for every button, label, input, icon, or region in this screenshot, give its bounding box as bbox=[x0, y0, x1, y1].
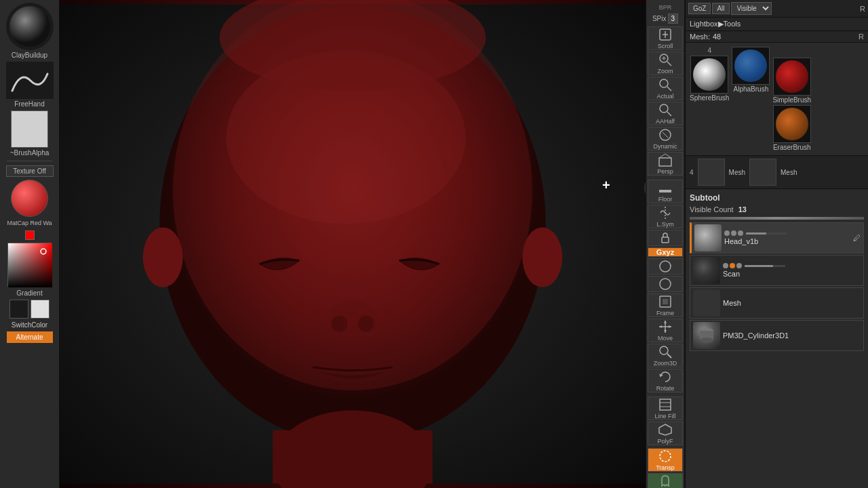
alternate-button[interactable]: Alternate bbox=[7, 331, 53, 343]
visible-select[interactable]: Visible All None bbox=[731, 2, 772, 15]
mesh-r-label: R bbox=[859, 33, 864, 41]
mesh-thumb-row: 4 Mesh Mesh bbox=[686, 156, 868, 189]
svg-line-24 bbox=[667, 87, 671, 91]
matcap-label: MatCap Red Wa bbox=[7, 220, 52, 226]
zoom-label: Zoom bbox=[657, 68, 673, 75]
eraser-brush-thumb[interactable] bbox=[773, 105, 811, 143]
actual-label: Actual bbox=[656, 93, 673, 100]
alpha-label: ~BrushAlpha bbox=[10, 149, 50, 157]
subtool-list: Head_v1b 🖊 bbox=[690, 222, 864, 351]
alpha-brush-label: AlphaBrush bbox=[734, 85, 769, 93]
gxyz-button[interactable]: Gxyz bbox=[648, 247, 683, 257]
simple-brush-col[interactable]: SimpleBrush bbox=[772, 58, 811, 104]
floor-button[interactable]: Floor bbox=[648, 180, 683, 203]
switch-color-label: SwitchColor bbox=[12, 321, 47, 329]
lsym-button[interactable]: L.Sym bbox=[648, 205, 683, 228]
subtool-head-info: Head_v1b bbox=[724, 230, 850, 245]
eraser-brush-img bbox=[776, 108, 808, 140]
subtool-thumb-mesh bbox=[693, 289, 720, 317]
swatch-black[interactable] bbox=[9, 300, 28, 319]
spix-label: SPix bbox=[652, 15, 667, 22]
lsym-label: L.Sym bbox=[656, 221, 674, 228]
polyf-label: PolyF bbox=[657, 438, 673, 445]
frame-label: Frame bbox=[656, 310, 674, 317]
color-red-indicator bbox=[25, 230, 35, 240]
unknown-btn-1[interactable] bbox=[648, 258, 683, 274]
lightbox-tools-label: Lightbox▶Tools bbox=[690, 20, 741, 28]
ghost-button[interactable]: Ghost bbox=[648, 473, 683, 488]
move-button[interactable]: Move bbox=[648, 319, 683, 342]
sphere-brush-col[interactable]: SphereBrush bbox=[690, 56, 729, 102]
mesh-bar: Mesh: 48 R bbox=[686, 31, 868, 43]
rotate-button[interactable]: Rotate bbox=[648, 369, 683, 392]
rotate-label: Rotate bbox=[656, 385, 675, 392]
mesh-thumb-item[interactable] bbox=[698, 159, 725, 186]
svg-point-23 bbox=[660, 79, 668, 87]
visible-count-value: 13 bbox=[738, 205, 747, 214]
svg-point-11 bbox=[332, 316, 348, 332]
color-indicator-row bbox=[25, 230, 35, 240]
simple-brush-thumb[interactable] bbox=[773, 58, 811, 96]
matcap-preview[interactable] bbox=[11, 180, 48, 217]
brush-number-4: 4 bbox=[707, 47, 711, 54]
gradient-swatches bbox=[9, 300, 50, 319]
r-label: R bbox=[860, 5, 865, 13]
linefill-button[interactable]: Line Fill bbox=[648, 396, 683, 420]
polyf-button[interactable]: PolyF bbox=[648, 422, 683, 445]
subtool-item-cylinder[interactable]: PM3D_Cylinder3D1 bbox=[690, 320, 864, 351]
unknown-btn-2[interactable] bbox=[648, 276, 683, 292]
visible-count-row: Visible Count 13 bbox=[690, 204, 864, 215]
visible-count-label: Visible Count bbox=[690, 205, 734, 214]
zoom-button[interactable]: Zoom bbox=[648, 52, 683, 75]
brush-sphere-preview[interactable] bbox=[6, 3, 54, 50]
alpha-preview[interactable] bbox=[11, 110, 48, 148]
mesh-num-4: 4 bbox=[690, 169, 694, 176]
persp-label: Persp bbox=[657, 168, 673, 175]
head-slider-fill bbox=[746, 232, 766, 235]
mesh-subtool-name: Mesh bbox=[723, 299, 861, 307]
subtool-thumb-head bbox=[694, 224, 722, 251]
lock-button[interactable] bbox=[648, 230, 683, 246]
persp-button[interactable]: Persp bbox=[648, 152, 683, 176]
dynamic-button[interactable]: Dynamic bbox=[648, 127, 683, 150]
eraser-brush-label: EraserBrush bbox=[773, 144, 811, 151]
transp-button[interactable]: Transp bbox=[648, 448, 683, 472]
brush-name-label: ClayBuildup bbox=[12, 52, 47, 59]
stroke-preview[interactable] bbox=[6, 62, 54, 99]
subtool-item-head[interactable]: Head_v1b 🖊 bbox=[690, 222, 864, 253]
alpha-brush-thumb[interactable] bbox=[732, 47, 770, 85]
svg-point-12 bbox=[358, 316, 374, 332]
eraser-brush-col[interactable]: EraserBrush bbox=[772, 105, 811, 151]
swatch-white[interactable] bbox=[31, 300, 50, 319]
sphere-brush-thumb[interactable] bbox=[690, 56, 728, 94]
color-picker[interactable] bbox=[7, 243, 52, 287]
lightbox-tools-bar[interactable]: Lightbox▶Tools bbox=[686, 18, 868, 31]
subtool-item-mesh[interactable]: Mesh bbox=[690, 287, 864, 319]
mid-toolbar: BPR SPix 3 Scroll Zoom Actual AAHalf Dyn… bbox=[646, 0, 685, 488]
scroll-label: Scroll bbox=[658, 43, 673, 49]
subtool-thumb-cylinder bbox=[693, 322, 720, 349]
subtool-thumb-scan bbox=[693, 257, 720, 284]
aahalf-button[interactable]: AAHalf bbox=[648, 102, 683, 125]
svg-marker-41 bbox=[664, 321, 667, 323]
mesh-thumb-label: Mesh bbox=[729, 169, 745, 176]
dot3 bbox=[738, 230, 743, 236]
mesh-count: 48 bbox=[713, 33, 721, 41]
all-button[interactable]: All bbox=[712, 3, 729, 14]
mesh-thumb-item2[interactable] bbox=[749, 159, 776, 186]
zoom3d-button[interactable]: Zoom3D bbox=[648, 344, 683, 367]
alpha-brush-col[interactable]: AlphaBrush bbox=[732, 47, 770, 93]
subtool-item-scan[interactable]: Scan bbox=[690, 255, 864, 286]
frame-button[interactable]: Frame bbox=[648, 293, 683, 317]
actual-button[interactable]: Actual bbox=[648, 77, 683, 100]
main-viewport[interactable]: + bbox=[60, 0, 646, 488]
svg-rect-7 bbox=[273, 430, 433, 484]
goz-button[interactable]: GoZ bbox=[688, 3, 711, 14]
texture-off-button[interactable]: Texture Off bbox=[6, 165, 54, 177]
svg-point-52 bbox=[660, 451, 671, 462]
scroll-button[interactable]: Scroll bbox=[648, 26, 683, 50]
right-panel: GoZ All Visible All None R Lightbox▶Tool… bbox=[685, 0, 868, 488]
alpha-brush-img bbox=[734, 49, 767, 82]
scan-vis-dots bbox=[723, 263, 742, 268]
svg-line-20 bbox=[667, 62, 671, 66]
